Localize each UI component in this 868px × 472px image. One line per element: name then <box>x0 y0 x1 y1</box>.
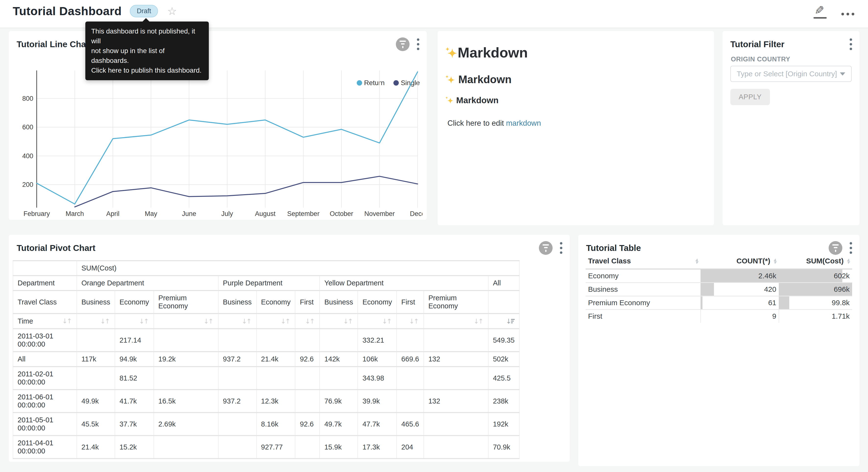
pivot-cell <box>319 366 358 390</box>
header-more-menu-icon[interactable] <box>841 8 854 16</box>
sort-icon[interactable]: ↓↑ <box>62 317 72 325</box>
pivot-cell: 937.2 <box>218 352 256 366</box>
pivot-corner-cell <box>13 261 77 276</box>
chevron-down-icon <box>840 72 845 76</box>
pivot-cell: 16.5k <box>154 390 218 413</box>
apply-button[interactable]: APPLY <box>730 89 770 105</box>
svg-text:600: 600 <box>22 123 33 131</box>
sort-caret-icon[interactable]: ▲▼ <box>847 258 850 264</box>
column-header-travel-class[interactable]: Travel Class▲▼ <box>586 254 701 269</box>
pivot-sort-cell: ↓↑ <box>295 314 319 329</box>
pivot-cell <box>424 329 488 352</box>
pivot-cell: 92.6 <box>295 352 319 366</box>
pivot-cell: 17.3k <box>358 436 397 459</box>
pivot-chart-panel: Tutorial Pivot Chart SUM(Cost)Department… <box>9 235 570 462</box>
draft-tooltip: This dashboard is not published, it will… <box>85 22 209 80</box>
svg-text:200: 200 <box>22 181 33 188</box>
count-cell: 2.46k <box>701 269 779 283</box>
pivot-menu-icon[interactable] <box>559 241 563 255</box>
count-cell: 61 <box>701 296 779 309</box>
sum-bar <box>779 269 842 282</box>
travel-class-cell: First <box>586 309 701 323</box>
draft-badge[interactable]: Draft <box>130 5 158 18</box>
pivot-row: 2011-04-01 00:00:0021.4k15.2k927.7715.9k… <box>13 436 519 459</box>
svg-text:September: September <box>287 210 319 217</box>
pivot-cell <box>295 390 319 413</box>
table-menu-icon[interactable] <box>849 241 853 255</box>
pivot-cell: 142k <box>319 352 358 366</box>
svg-text:800: 800 <box>22 95 33 102</box>
pivot-cell <box>256 329 296 352</box>
sum-cell: 602k <box>779 269 852 283</box>
pivot-cell: 70.9k <box>488 436 519 459</box>
sort-icon[interactable]: ↓↑ <box>382 318 392 325</box>
table-filter-icon[interactable] <box>829 241 842 255</box>
svg-text:October: October <box>330 210 353 217</box>
pivot-subcol-header: Business <box>77 291 115 314</box>
pivot-cell: 41.7k <box>115 390 154 413</box>
table-panel-title: Tutorial Table <box>586 243 641 253</box>
sort-icon[interactable]: ↓↑ <box>409 318 419 325</box>
markdown-edit-link[interactable]: markdown <box>506 119 541 127</box>
sort-caret-icon[interactable]: ▲▼ <box>695 258 698 264</box>
table-row: First91.71k <box>586 309 852 323</box>
sort-icon[interactable]: ↓↑ <box>204 318 213 325</box>
sort-icon[interactable]: ↓↑ <box>474 318 484 325</box>
sort-icon[interactable]: ↓↑ <box>139 318 149 325</box>
pivot-group-header: Purple Department <box>218 276 320 291</box>
column-header-count[interactable]: COUNT(*)▲▼ <box>701 254 779 269</box>
count-cell: 420 <box>701 283 779 296</box>
pivot-cell <box>154 329 218 352</box>
markdown-h2: ✦ Markdown <box>447 73 704 86</box>
sort-icon[interactable]: ↓↑ <box>343 318 353 325</box>
pivot-sort-cell: ↓↑ <box>154 314 218 329</box>
tooltip-line: This dashboard is not published, it will <box>91 26 203 46</box>
pivot-cell <box>295 366 319 390</box>
markdown-panel: ✦Markdown ✦ Markdown ✦ Markdown Click he… <box>438 31 714 225</box>
svg-text:400: 400 <box>22 152 33 160</box>
filter-panel: Tutorial Filter ORIGIN COUNTRY Type or S… <box>722 31 860 225</box>
origin-country-select[interactable]: Type or Select [Origin Country] <box>730 66 851 82</box>
sort-caret-icon[interactable]: ▲▼ <box>774 258 776 264</box>
pivot-metric-header: SUM(Cost) <box>77 261 519 276</box>
pencil-underline <box>813 17 827 19</box>
sort-icon[interactable]: ↓↑ <box>242 318 252 325</box>
tooltip-line: not show up in the list of dashboards. <box>91 46 203 65</box>
filter-menu-icon[interactable] <box>849 37 853 51</box>
select-placeholder: Type or Select [Origin Country] <box>737 70 837 78</box>
pivot-cell <box>295 436 319 459</box>
svg-text:August: August <box>255 210 276 217</box>
pivot-cell: 19.2k <box>154 352 218 366</box>
pivot-cell: 425.5 <box>488 366 519 390</box>
pivot-cell: 343.98 <box>358 366 397 390</box>
pivot-sort-cell: ↓↑ <box>77 314 115 329</box>
svg-text:February: February <box>24 210 50 217</box>
pivot-cell <box>424 366 488 390</box>
table-row: Economy2.46k602k <box>586 269 852 283</box>
pivot-cell <box>218 329 256 352</box>
pivot-cell: 238k <box>488 390 519 413</box>
column-header-sum-cost[interactable]: SUM(Cost)▲▼ <box>779 254 852 269</box>
count-bar <box>701 296 703 309</box>
pivot-cell: 49.9k <box>77 390 115 413</box>
pivot-subcol-header: Premium Economy <box>154 291 218 314</box>
sort-icon[interactable]: ↓↑ <box>305 318 315 325</box>
pivot-cell <box>154 366 218 390</box>
sort-icon[interactable]: ↓↑ <box>280 318 290 325</box>
pivot-cell <box>424 436 488 459</box>
pivot-subcol-header: Economy <box>115 291 154 314</box>
svg-text:May: May <box>145 210 157 217</box>
pivot-cell: 94.9k <box>115 352 154 366</box>
tooltip-arrow <box>142 18 150 22</box>
edit-dashboard-icon[interactable]: ✎ <box>814 5 827 19</box>
pivot-filter-icon[interactable] <box>539 241 553 255</box>
sort-desc-icon[interactable]: ↓ <box>506 318 515 325</box>
pivot-sort-cell: ↓↑ <box>115 314 154 329</box>
pivot-table: SUM(Cost)DepartmentOrange DepartmentPurp… <box>13 260 520 459</box>
sort-icon[interactable]: ↓↑ <box>100 318 110 325</box>
pivot-cell <box>319 329 358 352</box>
pivot-cell: 132 <box>424 352 488 366</box>
favorite-star-icon[interactable]: ☆ <box>167 5 177 18</box>
pivot-cell: 12.3k <box>256 390 296 413</box>
origin-country-label: ORIGIN COUNTRY <box>731 56 790 63</box>
